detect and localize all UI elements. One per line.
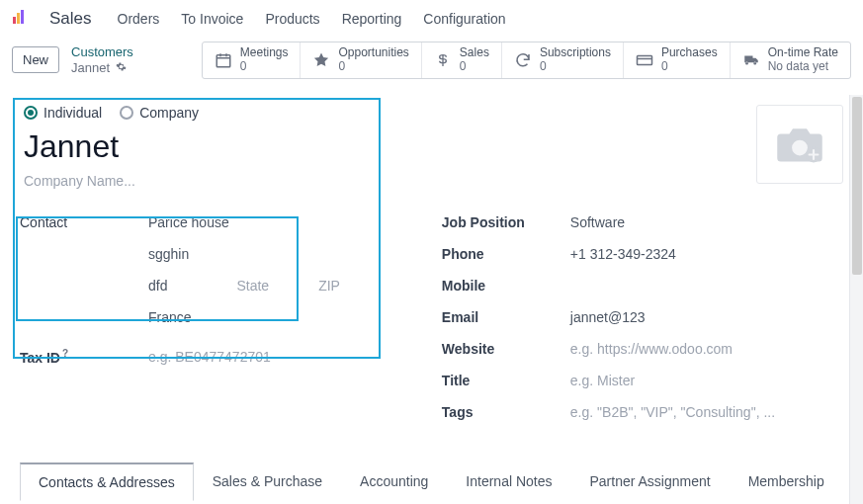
radio-unchecked-icon	[120, 106, 133, 120]
stat-strip: Meetings0 Opportunities0 Sales0 Subscrip…	[202, 42, 851, 79]
radio-company[interactable]: Company	[120, 105, 199, 121]
stat-ontime[interactable]: On-time RateNo data yet	[731, 42, 850, 78]
breadcrumb-current: Jannet	[71, 60, 110, 76]
gear-icon[interactable]	[116, 60, 127, 76]
camera-plus-icon	[772, 121, 827, 168]
nav-reporting[interactable]: Reporting	[342, 11, 402, 27]
brand-icon	[12, 9, 28, 28]
svg-rect-0	[13, 17, 16, 24]
left-column: Contact Parice house sgghin dfd State ZI…	[20, 207, 402, 428]
truck-icon	[742, 51, 760, 69]
email-label: Email	[442, 309, 570, 325]
scrollbar-thumb[interactable]	[852, 97, 862, 275]
new-button[interactable]: New	[12, 46, 59, 73]
website-field[interactable]: e.g. https://www.odoo.com	[570, 341, 733, 357]
tags-field[interactable]: e.g. "B2B", "VIP", "Consulting", ...	[570, 404, 775, 420]
email-value[interactable]: jannet@123	[570, 309, 646, 325]
breadcrumb: Customers Jannet	[71, 44, 133, 75]
addr-line1[interactable]: Parice house	[148, 214, 229, 230]
calendar-icon	[215, 51, 232, 69]
contact-label: Contact	[20, 214, 148, 230]
taxid-label: Tax ID?	[20, 348, 148, 366]
mobile-label: Mobile	[442, 278, 570, 294]
company-name-field[interactable]: Company Name...	[24, 173, 843, 189]
nav-to-invoice[interactable]: To Invoice	[181, 11, 243, 27]
brand-title[interactable]: Sales	[49, 9, 92, 29]
tab-sales-purchase[interactable]: Sales & Purchase	[194, 462, 341, 501]
stat-meetings[interactable]: Meetings0	[203, 42, 302, 78]
tab-partner-assignment[interactable]: Partner Assignment	[571, 462, 730, 501]
form-area: Individual Company Jannet Company Name..…	[0, 89, 863, 504]
stat-purchases[interactable]: Purchases0	[624, 42, 731, 78]
phone-value[interactable]: +1 312-349-2324	[570, 246, 676, 262]
refresh-icon	[514, 51, 532, 69]
job-label: Job Position	[442, 214, 570, 230]
nav-configuration[interactable]: Configuration	[423, 11, 505, 27]
phone-label: Phone	[442, 246, 570, 262]
svg-rect-4	[637, 55, 651, 64]
breadcrumb-parent[interactable]: Customers	[71, 44, 133, 60]
svg-rect-1	[17, 13, 20, 24]
dollar-icon	[434, 51, 452, 69]
taxid-field[interactable]: e.g. BE0477472701	[148, 349, 271, 365]
radio-checked-icon	[24, 106, 38, 120]
tab-contacts-addresses[interactable]: Contacts & Addresses	[20, 462, 194, 501]
nav-orders[interactable]: Orders	[118, 11, 160, 27]
tags-label: Tags	[442, 404, 570, 420]
tab-accounting[interactable]: Accounting	[341, 462, 447, 501]
stat-opportunities[interactable]: Opportunities0	[301, 42, 421, 78]
addr-line2[interactable]: sgghin	[148, 246, 189, 262]
type-radio-group: Individual Company	[24, 105, 843, 121]
star-icon	[312, 51, 330, 69]
addr-country[interactable]: France	[148, 309, 192, 325]
record-name[interactable]: Jannet	[24, 128, 843, 165]
website-label: : Website	[442, 341, 570, 357]
scrollbar[interactable]	[849, 95, 863, 504]
zip-field[interactable]: ZIP	[318, 278, 340, 294]
avatar-upload[interactable]	[756, 105, 843, 184]
svg-rect-2	[21, 10, 24, 24]
job-value[interactable]: Software	[570, 214, 625, 230]
card-icon	[636, 51, 653, 69]
tabs: Contacts & Addresses Sales & Purchase Ac…	[20, 462, 843, 501]
tab-membership[interactable]: Membership	[730, 462, 843, 501]
svg-rect-3	[216, 55, 230, 67]
top-nav: Sales Orders To Invoice Products Reporti…	[0, 0, 863, 38]
nav-products[interactable]: Products	[265, 11, 319, 27]
stat-sales[interactable]: Sales0	[422, 42, 502, 78]
right-column: Job PositionSoftware Phone+1 312-349-232…	[442, 207, 843, 428]
stat-subscriptions[interactable]: Subscriptions0	[502, 42, 624, 78]
tab-internal-notes[interactable]: Internal Notes	[447, 462, 570, 501]
title-field[interactable]: e.g. Mister	[570, 373, 635, 388]
addr-city[interactable]: dfd	[148, 278, 167, 294]
state-field[interactable]: State	[236, 278, 269, 294]
control-row: New Customers Jannet Meetings0 Opportuni…	[0, 38, 863, 89]
svg-point-5	[792, 139, 808, 155]
radio-individual[interactable]: Individual	[24, 105, 102, 121]
title-label: Title	[442, 373, 570, 388]
